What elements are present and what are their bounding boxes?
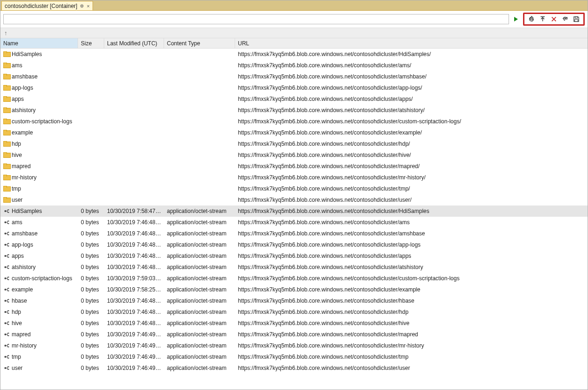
table-row[interactable]: amshbasehttps://fmxsk7kyq5mb6.blob.core.… xyxy=(0,71,588,82)
table-row[interactable]: atshistoryhttps://fmxsk7kyq5mb6.blob.cor… xyxy=(0,105,588,116)
svg-point-31 xyxy=(8,310,9,311)
table-row[interactable]: apps0 bytes10/30/2019 7:46:48 PMapplicat… xyxy=(0,250,588,262)
pin-icon[interactable]: ⊕ xyxy=(80,3,84,8)
delete-button[interactable] xyxy=(550,15,558,23)
row-name-text: custom-scriptaction-logs xyxy=(12,118,72,125)
cell-url: https://fmxsk7kyq5mb6.blob.core.windows.… xyxy=(235,163,588,170)
table-row[interactable]: user0 bytes10/30/2019 7:46:49 PMapplicat… xyxy=(0,362,588,374)
folder-icon xyxy=(3,130,10,135)
row-name-text: tmp xyxy=(12,185,21,192)
cell-url: https://fmxsk7kyq5mb6.blob.core.windows.… xyxy=(235,62,588,69)
cell-url: https://fmxsk7kyq5mb6.blob.core.windows.… xyxy=(235,219,588,226)
table-row[interactable]: custom-scriptaction-logshttps://fmxsk7ky… xyxy=(0,116,588,127)
cell-name: apps xyxy=(0,96,78,102)
upload-button[interactable] xyxy=(538,15,547,23)
column-headers: Name Size Last Modified (UTC) Content Ty… xyxy=(0,38,588,49)
cell-name: mr-history xyxy=(0,342,78,349)
row-name-text: apps xyxy=(12,253,24,259)
table-row[interactable]: amshbase0 bytes10/30/2019 7:46:48 PMappl… xyxy=(0,228,588,239)
refresh-button[interactable] xyxy=(527,15,536,23)
table-row[interactable]: userhttps://fmxsk7kyq5mb6.blob.core.wind… xyxy=(0,194,588,206)
svg-point-34 xyxy=(8,321,9,322)
go-button[interactable] xyxy=(512,15,520,23)
folder-icon xyxy=(3,175,10,180)
header-modified[interactable]: Last Modified (UTC) xyxy=(104,38,164,48)
container-explorer-window: contosohdicluster [Container] ⊕ × xyxy=(0,0,588,390)
table-row[interactable]: ams0 bytes10/30/2019 7:46:48 PMapplicati… xyxy=(0,217,588,228)
svg-point-18 xyxy=(4,266,6,268)
cell-size: 0 bytes xyxy=(78,331,104,338)
row-name-text: atshistory xyxy=(12,264,36,270)
table-row[interactable]: tmphttps://fmxsk7kyq5mb6.blob.core.windo… xyxy=(0,183,588,194)
redo-button[interactable] xyxy=(561,15,569,23)
table-row[interactable]: mapredhttps://fmxsk7kyq5mb6.blob.core.wi… xyxy=(0,161,588,172)
svg-point-17 xyxy=(8,256,9,257)
svg-point-22 xyxy=(8,277,9,277)
table-row[interactable]: example0 bytes10/30/2019 7:58:25 PMappli… xyxy=(0,284,588,295)
cell-modified: 10/30/2019 7:46:48 PM xyxy=(104,264,164,270)
table-row[interactable]: mr-historyhttps://fmxsk7kyq5mb6.blob.cor… xyxy=(0,172,588,183)
cell-url: https://fmxsk7kyq5mb6.blob.core.windows.… xyxy=(235,174,588,181)
cell-url: https://fmxsk7kyq5mb6.blob.core.windows.… xyxy=(235,107,588,113)
table-row[interactable]: tmp0 bytes10/30/2019 7:46:49 PMapplicati… xyxy=(0,351,588,362)
svg-point-36 xyxy=(4,333,6,335)
cell-modified: 10/30/2019 7:46:49 PM xyxy=(104,342,164,349)
cell-modified: 10/30/2019 7:46:48 PM xyxy=(104,219,164,226)
table-row[interactable]: atshistory0 bytes10/30/2019 7:46:48 PMap… xyxy=(0,262,588,273)
cell-modified: 10/30/2019 7:58:25 PM xyxy=(104,286,164,293)
table-row[interactable]: HdiSampleshttps://fmxsk7kyq5mb6.blob.cor… xyxy=(0,49,588,60)
table-row[interactable]: mapred0 bytes10/30/2019 7:46:49 PMapplic… xyxy=(0,329,588,340)
table-row[interactable]: HdiSamples0 bytes10/30/2019 7:58:47 PMap… xyxy=(0,206,588,217)
svg-point-4 xyxy=(8,209,9,210)
table-row[interactable]: hbase0 bytes10/30/2019 7:46:48 PMapplica… xyxy=(0,295,588,306)
table-row[interactable]: examplehttps://fmxsk7kyq5mb6.blob.core.w… xyxy=(0,127,588,138)
table-row[interactable]: hivehttps://fmxsk7kyq5mb6.blob.core.wind… xyxy=(0,149,588,161)
blob-icon xyxy=(3,331,10,338)
table-row[interactable]: app-logs0 bytes10/30/2019 7:46:48 PMappl… xyxy=(0,239,588,250)
cell-ctype: application/octet-stream xyxy=(164,208,235,214)
cell-size: 0 bytes xyxy=(78,365,104,371)
file-list[interactable]: HdiSampleshttps://fmxsk7kyq5mb6.blob.cor… xyxy=(0,49,588,390)
cell-modified: 10/30/2019 7:46:49 PM xyxy=(104,331,164,338)
table-row[interactable]: appshttps://fmxsk7kyq5mb6.blob.core.wind… xyxy=(0,93,588,105)
table-row[interactable]: hive0 bytes10/30/2019 7:46:48 PMapplicat… xyxy=(0,318,588,329)
cell-name: hbase xyxy=(0,298,78,304)
header-name[interactable]: Name xyxy=(0,38,78,48)
header-size[interactable]: Size xyxy=(78,38,104,48)
table-row[interactable]: amshttps://fmxsk7kyq5mb6.blob.core.windo… xyxy=(0,60,588,71)
table-row[interactable]: app-logshttps://fmxsk7kyq5mb6.blob.core.… xyxy=(0,82,588,93)
path-input[interactable] xyxy=(3,14,509,24)
cell-url: https://fmxsk7kyq5mb6.blob.core.windows.… xyxy=(235,73,588,80)
blob-icon xyxy=(3,354,10,360)
cell-name: user xyxy=(0,197,78,203)
table-row[interactable]: hdp0 bytes10/30/2019 7:46:48 PMapplicati… xyxy=(0,306,588,318)
cell-size: 0 bytes xyxy=(78,230,104,237)
folder-icon xyxy=(3,119,10,124)
cell-name: example xyxy=(0,286,78,293)
table-row[interactable]: hdphttps://fmxsk7kyq5mb6.blob.core.windo… xyxy=(0,138,588,149)
cell-name: hdp xyxy=(0,141,78,147)
header-url[interactable]: URL xyxy=(235,38,588,48)
folder-icon xyxy=(3,153,10,158)
cell-url: https://fmxsk7kyq5mb6.blob.core.windows.… xyxy=(235,298,588,304)
folder-icon xyxy=(3,186,10,191)
cell-modified: 10/30/2019 7:58:47 PM xyxy=(104,208,164,214)
row-name-text: mapred xyxy=(12,163,31,170)
cell-ctype: application/octet-stream xyxy=(164,354,235,360)
cell-size: 0 bytes xyxy=(78,241,104,248)
up-button[interactable]: ↑ xyxy=(4,29,7,36)
svg-point-16 xyxy=(8,254,9,255)
tab-container[interactable]: contosohdicluster [Container] ⊕ × xyxy=(1,1,93,10)
blob-icon xyxy=(3,320,10,326)
cell-ctype: application/octet-stream xyxy=(164,275,235,282)
close-icon[interactable]: × xyxy=(86,3,89,9)
header-content-type[interactable]: Content Type xyxy=(164,38,235,48)
table-row[interactable]: custom-scriptaction-logs0 bytes10/30/201… xyxy=(0,273,588,284)
svg-point-3 xyxy=(4,210,6,212)
row-name-text: HdiSamples xyxy=(12,208,42,214)
cell-url: https://fmxsk7kyq5mb6.blob.core.windows.… xyxy=(235,253,588,259)
save-button[interactable] xyxy=(572,15,581,23)
cell-ctype: application/octet-stream xyxy=(164,230,235,237)
svg-point-14 xyxy=(8,245,9,246)
table-row[interactable]: mr-history0 bytes10/30/2019 7:46:49 PMap… xyxy=(0,340,588,351)
